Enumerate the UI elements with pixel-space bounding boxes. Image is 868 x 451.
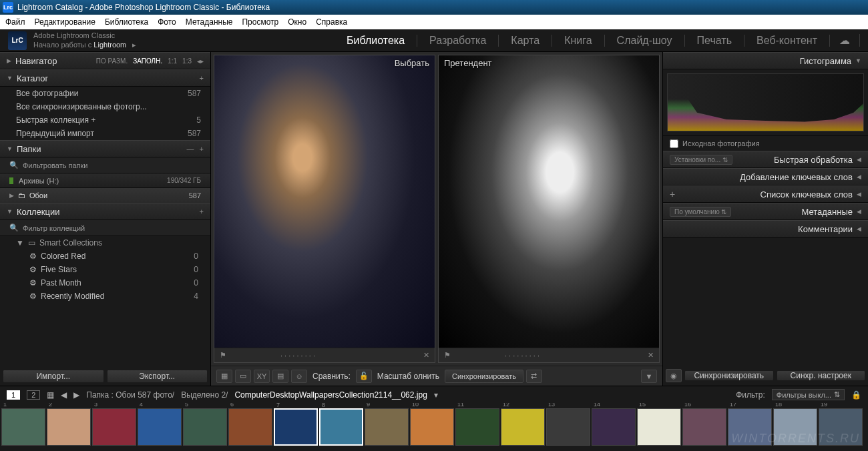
survey-view-icon[interactable]: ▤ <box>272 370 288 383</box>
collection-item[interactable]: ⚙Colored Red0 <box>0 250 210 263</box>
drive-row[interactable]: Архивы (H:)190/342 ГБ <box>0 173 210 188</box>
plus-icon[interactable]: + <box>200 74 204 82</box>
close-icon[interactable]: ✕ <box>648 351 654 360</box>
filmstrip-thumb[interactable]: 14 <box>592 408 636 446</box>
menu-photo[interactable]: Фото <box>158 17 176 27</box>
smart-collections-header[interactable]: ▼▭Smart Collections <box>0 236 210 250</box>
histogram-header[interactable]: Гистограмма▼ <box>663 52 868 69</box>
filmstrip-thumb[interactable]: 16 <box>682 408 726 446</box>
filmstrip-thumb[interactable]: 6 <box>228 408 272 446</box>
module-library[interactable]: Библиотека <box>335 35 417 47</box>
catalog-row-synced[interactable]: Все синхронизированные фотогр... <box>0 100 210 113</box>
metadata-preset-dropdown[interactable]: По умолчанию ⇅ <box>670 207 731 217</box>
module-develop[interactable]: Разработка <box>417 35 499 47</box>
plus-icon[interactable]: + <box>200 207 204 215</box>
compare-view-icon[interactable]: XY <box>254 370 270 383</box>
metadata-header[interactable]: По умолчанию ⇅Метаданные◀ <box>663 203 868 220</box>
menu-metadata[interactable]: Метаданные <box>186 17 233 27</box>
grid-view-icon[interactable]: ▦ <box>216 370 232 383</box>
candidate-info-bar: ⚑· · · · · · · · ·✕ <box>439 348 659 362</box>
presets-dropdown[interactable]: Установки по... ⇅ <box>670 155 732 165</box>
monitor-1-badge[interactable]: 1 <box>7 390 20 400</box>
filmstrip-selected: Выделено 2/ <box>181 390 228 400</box>
close-icon[interactable]: ✕ <box>423 351 429 360</box>
filmstrip-thumb[interactable]: 7 <box>274 408 318 446</box>
add-keywords-header[interactable]: Добавление ключевых слов◀ <box>663 168 868 185</box>
monitor-2-badge[interactable]: 2 <box>27 390 40 400</box>
back-icon[interactable]: ◀ <box>61 390 67 400</box>
navigator-header[interactable]: ▶ Навигатор ПО РАЗМ. ЗАПОЛН. 1:1 1:3 ◂▸ <box>0 52 210 69</box>
swap-icon[interactable]: ⇄ <box>526 370 542 383</box>
catalog-header[interactable]: ▼ Каталог + <box>0 69 210 87</box>
sync-settings-button[interactable]: Синхр. настроек <box>777 370 866 381</box>
catalog-row-all[interactable]: Все фотографии587 <box>0 87 210 100</box>
catalog-row-prev-import[interactable]: Предыдущий импорт587 <box>0 127 210 140</box>
keyword-list-header[interactable]: +Список ключевых слов◀ <box>663 185 868 203</box>
forward-icon[interactable]: ▶ <box>73 390 79 400</box>
import-button[interactable]: Импорт... <box>3 370 104 383</box>
filmstrip-thumb[interactable]: 12 <box>501 408 545 446</box>
dropdown-icon[interactable]: ▾ <box>434 390 438 400</box>
menu-window[interactable]: Окно <box>288 17 306 27</box>
filmstrip-thumb[interactable]: 1 <box>1 408 45 446</box>
menu-help[interactable]: Справка <box>316 17 347 27</box>
menu-edit[interactable]: Редактирование <box>35 17 95 27</box>
menu-file[interactable]: Файл <box>5 17 25 27</box>
plus-icon[interactable]: + <box>670 189 675 199</box>
select-photo-frame[interactable]: Выбрать ⚑· · · · · · · · ·✕ <box>214 55 435 363</box>
menu-library[interactable]: Библиотека <box>105 17 148 27</box>
filter-lock-icon[interactable]: 🔒 <box>851 390 861 400</box>
module-book[interactable]: Книга <box>552 35 604 47</box>
collection-filter-input[interactable]: 🔍Фильтр коллекций <box>0 220 210 236</box>
folders-header[interactable]: ▼ Папки —+ <box>0 140 210 157</box>
flag-icon[interactable]: ⚑ <box>444 351 451 360</box>
navigator-zoom-options: ПО РАЗМ. ЗАПОЛН. 1:1 1:3 ◂▸ <box>96 57 204 65</box>
toolbar-menu-icon[interactable]: ▼ <box>641 370 657 383</box>
gear-icon: ⚙ <box>29 278 37 288</box>
collection-item[interactable]: ⚙Recently Modified4 <box>0 290 210 303</box>
sync-button[interactable]: Синхронизировать <box>445 370 523 383</box>
collection-item[interactable]: ⚙Past Month0 <box>0 276 210 290</box>
folder-filter-input[interactable]: 🔍Фильтровать папки <box>0 157 210 173</box>
collections-header[interactable]: ▼ Коллекции + <box>0 203 210 220</box>
filmstrip-thumb[interactable]: 13 <box>546 408 590 446</box>
filmstrip-thumb[interactable]: 2 <box>47 408 91 446</box>
filmstrip-thumb[interactable]: 5 <box>183 408 227 446</box>
folder-row[interactable]: ▶🗀Обои587 <box>0 188 210 203</box>
comments-header[interactable]: Комментарии◀ <box>663 220 868 238</box>
chevron-down-icon[interactable]: ◂▸ <box>197 57 204 65</box>
quick-develop-header[interactable]: Установки по... ⇅Быстрая обработка◀ <box>663 151 868 168</box>
filmstrip-thumb[interactable]: 9 <box>365 408 409 446</box>
lock-icon[interactable]: 🔓 <box>356 370 372 383</box>
grid-icon[interactable]: ▦ <box>47 390 54 400</box>
sync-toggle-icon[interactable]: ◉ <box>666 369 682 382</box>
filmstrip-info-bar: 1 2 ▦ ◀ ▶ Папка : Обои 587 фото/ Выделен… <box>0 386 868 403</box>
catalog-row-quick[interactable]: Быстрая коллекция +5 <box>0 113 210 127</box>
folders-title: Папки <box>17 144 41 154</box>
module-slideshow[interactable]: Слайд-шоу <box>605 35 685 47</box>
module-print[interactable]: Печать <box>685 35 744 47</box>
filter-dropdown[interactable]: Фильтры выкл...⇅ <box>772 389 845 400</box>
filmstrip-thumb[interactable]: 10 <box>410 408 454 446</box>
filmstrip-thumb[interactable]: 4 <box>138 408 182 446</box>
export-button[interactable]: Экспорт... <box>107 370 208 383</box>
flag-icon[interactable]: ⚑ <box>220 351 226 360</box>
minus-icon[interactable]: — <box>187 145 194 153</box>
sync-button[interactable]: Синхронизировать <box>684 370 774 381</box>
module-web[interactable]: Веб-контент <box>744 35 830 47</box>
filmstrip-thumb[interactable]: 3 <box>92 408 136 446</box>
people-view-icon[interactable]: ☺ <box>291 370 307 383</box>
filmstrip-thumb[interactable]: 11 <box>455 408 499 446</box>
candidate-photo-frame[interactable]: Претендент ⚑· · · · · · · · ·✕ <box>438 55 660 363</box>
loupe-view-icon[interactable]: ▭ <box>235 370 251 383</box>
menu-view[interactable]: Просмотр <box>242 17 278 27</box>
gear-icon: ⚙ <box>29 265 37 274</box>
source-photo-checkbox[interactable]: Исходная фотография <box>663 136 868 151</box>
collection-item[interactable]: ⚙Five Stars0 <box>0 263 210 276</box>
filter-label: Фильтр: <box>736 390 765 400</box>
filmstrip-thumb[interactable]: 8 <box>319 408 363 446</box>
cloud-sync-icon[interactable]: ☁ <box>830 34 860 47</box>
plus-icon[interactable]: + <box>200 145 204 153</box>
filmstrip-thumb[interactable]: 15 <box>637 408 681 446</box>
module-map[interactable]: Карта <box>499 35 552 47</box>
